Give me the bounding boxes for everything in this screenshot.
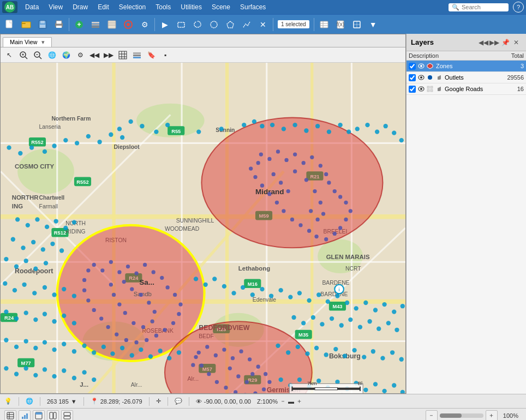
main-view-tab[interactable]: Main View ▾ [3,37,52,47]
layers-close-button[interactable]: ✕ [511,37,522,48]
svg-point-368 [394,328,399,332]
layer-row-zones[interactable]: Zones 3 [407,61,526,72]
zoom-plus-icon[interactable]: ＋ [296,397,302,405]
svg-text:Sunnin: Sunnin [216,127,235,133]
globe2-tool[interactable]: 🌍 [59,49,73,61]
svg-point-326 [373,308,378,312]
svg-point-354 [158,349,162,353]
settings-button[interactable]: ⚙ [137,17,152,32]
zoom-slider-bar[interactable] [440,413,483,418]
layer-roads-checkbox[interactable] [409,86,416,93]
search-input[interactable] [462,4,505,10]
select-button[interactable]: ▶ [157,17,172,32]
clear-select-button[interactable]: ✕ [255,17,271,32]
svg-point-331 [14,316,19,321]
svg-point-363 [348,317,352,322]
menu-surfaces[interactable]: Surfaces [236,2,270,12]
layers-forward-button[interactable]: ▶▶ [489,37,500,48]
svg-rect-21 [178,22,184,27]
bottom-window2-btn[interactable] [47,410,59,421]
svg-point-345 [72,349,76,353]
table-button[interactable] [316,17,332,32]
svg-text:R512: R512 [54,230,66,236]
zoom-out-bottom-btn[interactable]: － [426,410,438,421]
layer-row-google-roads[interactable]: Google Roads 16 [407,83,526,95]
zoom-slider[interactable]: ▬ [288,398,294,405]
layer-row-outlets[interactable]: Outlets 29556 [407,72,526,83]
select-poly-button[interactable] [223,17,238,32]
map-toolbar: ↖ 🌐 🌍 ⚙ ◀◀ ▶▶ 🔖 ▪ [1,47,405,63]
zoom-in-tool[interactable] [17,49,30,61]
main-toolbar: + ⚙ ▶ ✕ 1 selected f(x) ▼ [0,14,526,34]
svg-point-289 [21,245,25,250]
tab-close-icon[interactable]: ▾ [41,39,45,45]
arrow-tool[interactable]: ↖ [3,49,16,61]
status-sep-4 [149,397,150,406]
zoom-selected-button[interactable] [349,17,364,32]
menu-utilities[interactable]: Utilities [176,2,206,12]
new-button[interactable] [2,17,17,32]
map-canvas[interactable]: R55 R552 R552 R512 M59 R21 M16 M35 R25 R… [1,63,405,393]
bottom-window3-btn[interactable] [61,410,73,421]
svg-text:R552: R552 [76,179,88,185]
svg-point-163 [18,151,22,155]
bookmark-tool[interactable]: 🔖 [145,49,158,61]
svg-rect-45 [133,57,141,58]
svg-point-419 [316,379,321,383]
menu-selection[interactable]: Selection [115,2,150,12]
open-button[interactable] [19,17,34,32]
menu-scene[interactable]: Scene [207,2,235,12]
select-line-button[interactable] [239,17,254,32]
tab-label: Main View [10,39,38,45]
status-coords[interactable]: 263 185 ▼ [47,398,77,405]
svg-point-147 [219,127,224,131]
menu-data[interactable]: Data [21,2,43,12]
catalog-button[interactable] [104,17,119,32]
menu-tools[interactable]: Tools [151,2,175,12]
field-calc-button[interactable]: f(x) [333,17,348,32]
coords-dropdown-icon[interactable]: ▼ [71,398,77,405]
zoom-out-tool[interactable] [31,49,44,61]
svg-rect-24 [320,21,328,28]
layer-list-tool[interactable] [130,49,144,61]
print-button[interactable] [51,17,67,32]
layers-pin-button[interactable]: 📌 [500,37,511,48]
svg-point-260 [222,347,226,351]
dropdown-button[interactable]: ▼ [366,17,381,32]
forward-tool[interactable]: ▶▶ [102,49,115,61]
map-settings-tool[interactable]: ⚙ [74,49,87,61]
svg-rect-47 [133,52,141,54]
layers-back-button[interactable]: ◀◀ [478,37,489,48]
layer-button[interactable] [88,17,103,32]
bottom-table-btn[interactable] [4,410,16,421]
menu-view[interactable]: View [44,2,67,12]
back-tool[interactable]: ◀◀ [88,49,101,61]
save-button[interactable] [35,17,50,32]
help-button[interactable]: ? [513,2,524,13]
svg-rect-10 [56,26,62,28]
geoprocessing-button[interactable] [121,17,136,32]
bottom-chart-btn[interactable] [19,410,31,421]
svg-point-181 [276,149,280,153]
add-data-button[interactable]: + [71,17,87,32]
select-rect-button[interactable] [174,17,189,32]
select-lasso-button[interactable] [190,17,205,32]
layer-roads-icons [417,85,443,93]
grid-tool[interactable] [116,49,129,61]
layers-col-header: Description Total [407,51,526,61]
menu-draw[interactable]: Draw [68,2,92,12]
menu-edit[interactable]: Edit [93,2,113,12]
globe-tool[interactable]: 🌐 [45,49,58,61]
select-circle-button[interactable] [206,17,222,32]
bottom-window1-btn[interactable] [33,410,45,421]
svg-point-359 [311,315,315,320]
layer-zones-checkbox[interactable] [409,63,416,70]
svg-rect-456 [427,86,429,88]
zoom-minus-icon[interactable]: － [280,397,286,405]
layer-zones-name: Zones [436,63,497,69]
zoom-in-bottom-btn[interactable]: ＋ [486,410,498,421]
search-box[interactable]: 🔍 [449,3,509,11]
layer-outlets-checkbox[interactable] [409,74,416,81]
svg-text:RIDING: RIDING [65,229,85,235]
extra-tool[interactable]: ▪ [159,49,172,61]
